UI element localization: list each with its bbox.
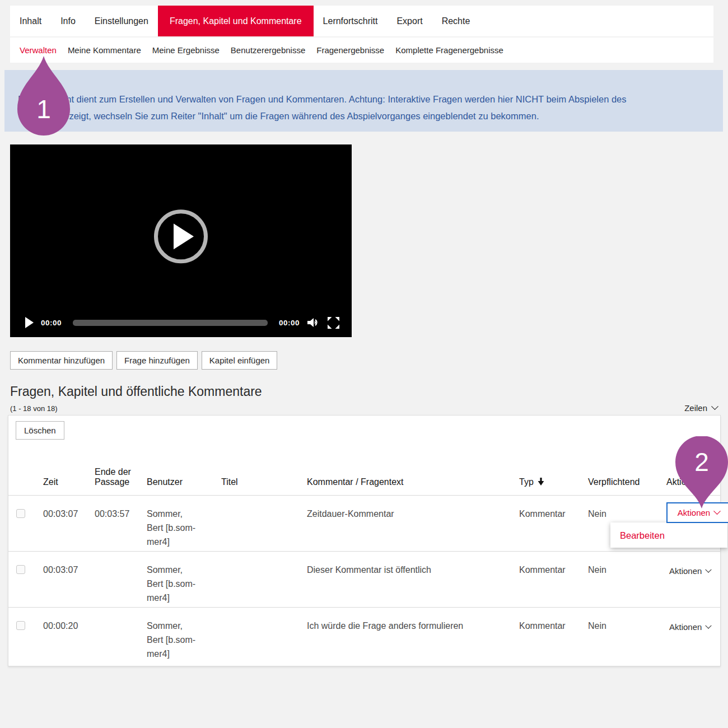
cell-titel (213, 496, 299, 507)
play-icon (174, 223, 194, 249)
fullscreen-icon[interactable] (328, 317, 339, 329)
cell-benutzer: Sommer, Bert [b.som­mer4] (139, 608, 213, 661)
column-typ-label: Typ (519, 477, 534, 487)
add-question-button[interactable]: Frage hinzufügen (116, 351, 198, 370)
cell-benutzer-text: Sommer, Bert [b.som­mer4] (147, 619, 199, 661)
subtab-fragenergebnisse[interactable]: Fragenergebnisse (311, 45, 390, 55)
sort-descending-icon (538, 478, 544, 486)
cell-ende (87, 608, 139, 619)
result-range: (1 - 18 von 18) (10, 404, 58, 413)
subtab-meine-kommentare[interactable]: Meine Kommentare (62, 45, 147, 55)
tab-einstellungen[interactable]: Einstellungen (85, 6, 158, 36)
aktionen-dropdown-button[interactable]: Aktionen (669, 620, 711, 634)
tab-fragen-kapitel-kommentare[interactable]: Fragen, Kapitel und Kommentare (158, 6, 314, 36)
column-verpflichtend: Verpflichtend (580, 477, 659, 495)
column-titel: Titel (213, 477, 299, 495)
table-row: 00:00:20 Sommer, Bert [b.som­mer4] Ich w… (8, 607, 720, 663)
subtab-verwalten[interactable]: Verwalten (14, 45, 62, 55)
cell-zeit: 00:00:20 (35, 608, 87, 633)
duration-time: 00:00 (279, 319, 300, 327)
current-time: 00:00 (41, 319, 62, 327)
section-title: Fragen, Kapitel und öffentliche Kommenta… (10, 384, 262, 399)
cell-verpflichtend: Nein (580, 552, 659, 577)
aktionen-label: Aktionen (669, 620, 702, 634)
cell-kommentar: Zeitdauer-Kommentar (299, 496, 511, 521)
cell-ende: 00:03:57 (87, 496, 139, 521)
cell-titel (213, 608, 299, 619)
table-row: 00:03:07 Sommer, Bert [b.som­mer4] Diese… (8, 551, 720, 607)
table-row: 00:03:07 00:03:57 Sommer, Bert [b.som­me… (8, 495, 720, 551)
cell-benutzer-text: Sommer, Bert [b.som­mer4] (147, 563, 199, 605)
tab-rechte[interactable]: Rechte (432, 6, 480, 36)
rows-per-page-select[interactable]: Zeilen (684, 403, 717, 413)
cell-kommentar: Dieser Kommentar ist öffentlich (299, 552, 511, 577)
subtab-meine-ergebnisse[interactable]: Meine Ergebnisse (147, 45, 225, 55)
chevron-down-icon (706, 566, 712, 572)
aktionen-dropdown-button[interactable]: Aktionen (669, 564, 711, 578)
chevron-down-icon (711, 403, 718, 410)
delete-button[interactable]: Löschen (16, 421, 64, 440)
row-checkbox[interactable] (16, 565, 25, 574)
play-button[interactable] (25, 317, 34, 328)
sub-tab-bar: Verwalten Meine Kommentare Meine Ergebni… (10, 38, 713, 63)
cell-ende (87, 552, 139, 563)
column-ende-der-passage: Ende der Pas­sage (87, 467, 139, 495)
info-message-line2: Videos angezeigt, wechseln Sie zum Reite… (18, 108, 710, 124)
column-typ-sort[interactable]: Typ (511, 477, 580, 495)
main-tab-bar: Inhalt Info Einstellungen Fragen, Kapite… (10, 6, 713, 36)
row-checkbox[interactable] (16, 621, 25, 630)
cell-benutzer: Sommer, Bert [b.som­mer4] (139, 496, 213, 549)
video-controls: 00:00 00:00 (25, 316, 339, 329)
cell-benutzer: Sommer, Bert [b.som­mer4] (139, 552, 213, 605)
insert-chapter-button[interactable]: Kapitel einfügen (202, 351, 278, 370)
annotation-marker-1: 1 (16, 55, 72, 137)
column-benutzer: Benutzer (139, 477, 213, 495)
seek-bar[interactable] (73, 320, 268, 326)
aktionen-dropdown-menu: Bearbeiten (610, 522, 727, 548)
column-kommentar-fragentext: Kommentar / Fragentext (299, 477, 511, 495)
marker-1-number: 1 (36, 95, 51, 124)
add-comment-button[interactable]: Kommentar hinzufügen (10, 351, 113, 370)
cell-verpflichtend: Nein (580, 496, 659, 521)
tab-inhalt[interactable]: Inhalt (10, 6, 51, 36)
cell-typ: Kommentar (511, 496, 580, 521)
info-message-line1: Diese Ansicht dient zum Erstellen und Ve… (18, 91, 710, 108)
column-zeit: Zeit (35, 477, 87, 495)
select-all-column (8, 487, 35, 495)
cell-kommentar: Ich würde die Frage anders formulieren (299, 608, 511, 633)
subtab-benutzerergebnisse[interactable]: Benutzerergebnisse (225, 45, 311, 55)
video-player: 00:00 00:00 (10, 144, 352, 337)
cell-zeit: 00:03:07 (35, 496, 87, 521)
cell-benutzer-text: Sommer, Bert [b.som­mer4] (147, 507, 199, 549)
tab-lernfortschritt[interactable]: Lernfortschritt (314, 6, 388, 36)
big-play-button[interactable] (154, 209, 208, 263)
rows-label: Zeilen (684, 403, 707, 413)
tab-export[interactable]: Export (387, 6, 432, 36)
comments-table: Löschen Zeit Ende der Pas­sage Benutzer … (8, 415, 721, 666)
cell-typ: Kommentar (511, 552, 580, 577)
row-checkbox[interactable] (16, 509, 25, 518)
cell-zeit: 00:03:07 (35, 552, 87, 577)
info-message: Diese Ansicht dient zum Erstellen und Ve… (4, 70, 723, 132)
aktionen-label: Aktionen (669, 564, 702, 578)
cell-verpflichtend: Nein (580, 608, 659, 633)
cell-titel (213, 552, 299, 563)
marker-2-number: 2 (694, 447, 709, 477)
subtab-komplette-fragenergebnisse[interactable]: Komplette Fragenergebnisse (390, 45, 509, 55)
tab-info[interactable]: Info (51, 6, 85, 36)
cell-typ: Kommentar (511, 608, 580, 633)
annotation-marker-2: 2 (674, 436, 728, 510)
column-ende-label: Ende der Pas­sage (95, 467, 132, 487)
chevron-down-icon (706, 622, 712, 628)
volume-icon[interactable] (307, 316, 320, 329)
toolbar: Kommentar hinzufügen Frage hinzufügen Ka… (10, 351, 277, 370)
table-header-row: Zeit Ende der Pas­sage Benutzer Titel Ko… (8, 440, 720, 495)
dropdown-item-bearbeiten[interactable]: Bearbeiten (610, 522, 727, 543)
